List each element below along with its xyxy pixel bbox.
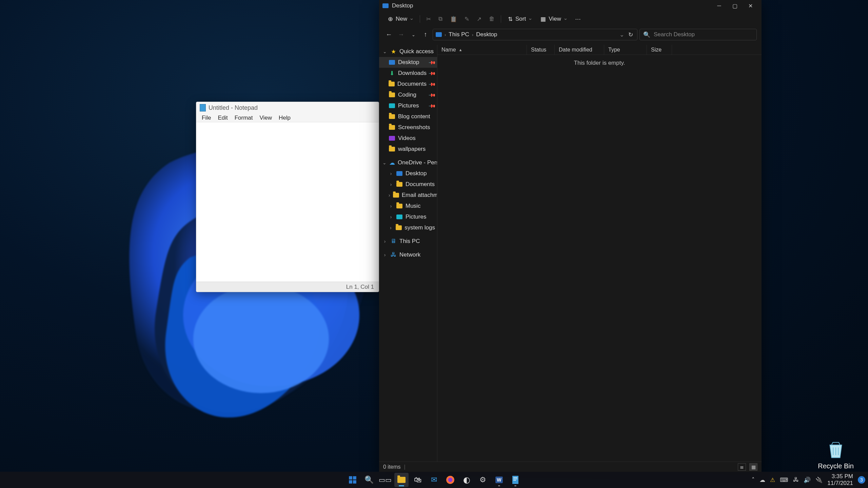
new-button[interactable]: ⊕New [384, 14, 416, 24]
delete-button[interactable]: 🗑 [486, 14, 497, 24]
security-tray-icon[interactable]: ⚠ [770, 476, 775, 484]
menu-view[interactable]: View [256, 114, 276, 122]
details-view-button[interactable]: ≣ [738, 463, 746, 471]
search-button[interactable]: 🔍 [362, 473, 376, 487]
sidebar-item-screenshots[interactable]: Screenshots [379, 122, 437, 133]
taskbar-settings[interactable]: ⚙ [476, 473, 490, 487]
store-icon: 🛍 [414, 475, 421, 484]
sidebar-item-videos[interactable]: Videos [379, 133, 437, 144]
onedrive-tray-icon[interactable]: ☁ [760, 476, 765, 484]
chevron-right-icon: › [472, 32, 473, 37]
notepad-editor[interactable] [196, 122, 379, 282]
thumbnails-view-button[interactable]: ▦ [749, 463, 757, 471]
power-tray-icon[interactable]: 🔌 [815, 476, 823, 484]
address-dropdown-icon[interactable]: ⌄ [619, 31, 624, 38]
sidebar-item-wallpapers[interactable]: wallpapers [379, 144, 437, 155]
address-bar[interactable]: › This PC › Desktop ⌄ ↻ [433, 29, 637, 40]
sidebar-label: This PC [399, 238, 420, 245]
notepad-window[interactable]: Untitled - Notepad File Edit Format View… [196, 102, 379, 292]
search-box[interactable]: 🔍 Search Desktop [639, 29, 757, 40]
network-icon: 🖧 [390, 251, 397, 258]
taskbar-notepad[interactable] [508, 473, 522, 487]
star-icon: ★ [390, 48, 397, 55]
start-button[interactable] [346, 473, 360, 487]
task-view-icon: ▭▭ [379, 476, 392, 484]
sidebar-item-label: wallpapers [398, 146, 426, 152]
sidebar-this-pc[interactable]: › 🖥 This PC [379, 236, 437, 247]
notepad-titlebar[interactable]: Untitled - Notepad [196, 102, 379, 114]
close-button[interactable]: ✕ [743, 0, 758, 12]
language-tray-icon[interactable]: ⌨ [780, 476, 788, 484]
column-date[interactable]: Date modified [555, 45, 604, 55]
sidebar-item-documents[interactable]: ›Documents [379, 179, 437, 190]
sidebar-item-desktop[interactable]: ›Desktop [379, 168, 437, 179]
paste-button[interactable]: 📋 [447, 14, 460, 24]
maximize-button[interactable]: ▢ [727, 0, 743, 12]
nav-recent-button[interactable]: ⌄ [408, 29, 418, 40]
sidebar-item-desktop[interactable]: Desktop📌 [379, 57, 437, 68]
column-type[interactable]: Type [604, 45, 647, 55]
notepad-statusbar: Ln 1, Col 1 [196, 282, 379, 292]
sidebar-item-system-logs[interactable]: ›system logs [379, 222, 437, 233]
notification-count[interactable]: 3 [858, 476, 865, 484]
search-icon: 🔍 [643, 31, 650, 38]
explorer-title: Desktop [392, 2, 413, 9]
taskbar-word[interactable]: W [492, 473, 506, 487]
taskbar-store[interactable]: 🛍 [411, 473, 425, 487]
column-status[interactable]: Status [527, 45, 555, 55]
menu-help[interactable]: Help [275, 114, 294, 122]
menu-format[interactable]: Format [231, 114, 256, 122]
refresh-button[interactable]: ↻ [627, 31, 634, 38]
sort-button[interactable]: ⇅Sort [505, 14, 535, 24]
nav-back-button[interactable]: ← [384, 29, 394, 40]
pictures-icon [396, 214, 403, 220]
task-view-button[interactable]: ▭▭ [378, 473, 392, 487]
svg-point-7 [448, 478, 453, 482]
taskbar-file-explorer[interactable] [394, 473, 409, 487]
menu-file[interactable]: File [198, 114, 214, 122]
view-button[interactable]: ▦View [537, 14, 570, 24]
taskbar-steam[interactable]: ◐ [459, 473, 474, 487]
chevron-down-icon: ⌄ [382, 160, 387, 165]
column-name[interactable]: Name▲ [437, 45, 527, 55]
sort-ascending-icon: ▲ [459, 48, 462, 52]
tray-overflow-button[interactable]: ˄ [752, 476, 755, 484]
more-button[interactable]: ⋯ [572, 14, 584, 24]
svg-text:W: W [497, 477, 501, 483]
nav-up-button[interactable]: ↑ [420, 29, 431, 40]
rename-button[interactable]: ✎ [462, 14, 472, 24]
sidebar-item-blog-content[interactable]: Blog content [379, 111, 437, 122]
network-tray-icon[interactable]: 🖧 [793, 476, 799, 483]
taskbar-firefox[interactable] [443, 473, 457, 487]
file-explorer-window[interactable]: Desktop ─ ▢ ✕ ⊕New ✂ ⧉ 📋 ✎ ↗ 🗑 ⇅Sort ▦Vi… [379, 0, 762, 472]
copy-button[interactable]: ⧉ [436, 14, 445, 24]
minimize-button[interactable]: ─ [711, 0, 727, 12]
sidebar-item-downloads[interactable]: ⬇Downloads📌 [379, 68, 437, 79]
column-size[interactable]: Size [647, 45, 672, 55]
menu-edit[interactable]: Edit [214, 114, 231, 122]
sidebar-quick-access[interactable]: ⌄ ★ Quick access [379, 46, 437, 57]
volume-tray-icon[interactable]: 🔊 [804, 476, 811, 484]
taskbar-clock[interactable]: 3:35 PM 11/7/2021 [827, 473, 853, 486]
sidebar-item-coding[interactable]: Coding📌 [379, 89, 437, 100]
taskbar-mail[interactable]: ✉ [427, 473, 441, 487]
sidebar-onedrive[interactable]: ⌄ ☁ OneDrive - Personal [379, 157, 437, 168]
sidebar-label: Network [399, 251, 420, 258]
steam-icon: ◐ [463, 475, 470, 485]
sidebar-item-pictures[interactable]: Pictures📌 [379, 100, 437, 111]
desktop-icon-recycle-bin[interactable]: Recycle Bin [814, 440, 858, 470]
cut-button[interactable]: ✂ [423, 14, 434, 24]
sidebar-item-pictures[interactable]: ›Pictures [379, 211, 437, 222]
nav-forward-button[interactable]: → [396, 29, 406, 40]
explorer-titlebar[interactable]: Desktop ─ ▢ ✕ [379, 0, 762, 12]
sidebar-network[interactable]: › 🖧 Network [379, 249, 437, 260]
breadcrumb-desktop[interactable]: Desktop [476, 31, 497, 38]
pin-icon: 📌 [428, 102, 436, 109]
breadcrumb-this-pc[interactable]: This PC [449, 31, 469, 38]
sidebar-item-music[interactable]: ›Music [379, 201, 437, 211]
chevron-right-icon: › [389, 171, 393, 176]
sidebar-item-documents[interactable]: Documents📌 [379, 79, 437, 89]
notepad-menubar: File Edit Format View Help [196, 114, 379, 122]
share-button[interactable]: ↗ [474, 14, 484, 24]
sidebar-item-email-attachments[interactable]: ›Email attachments [379, 190, 437, 201]
